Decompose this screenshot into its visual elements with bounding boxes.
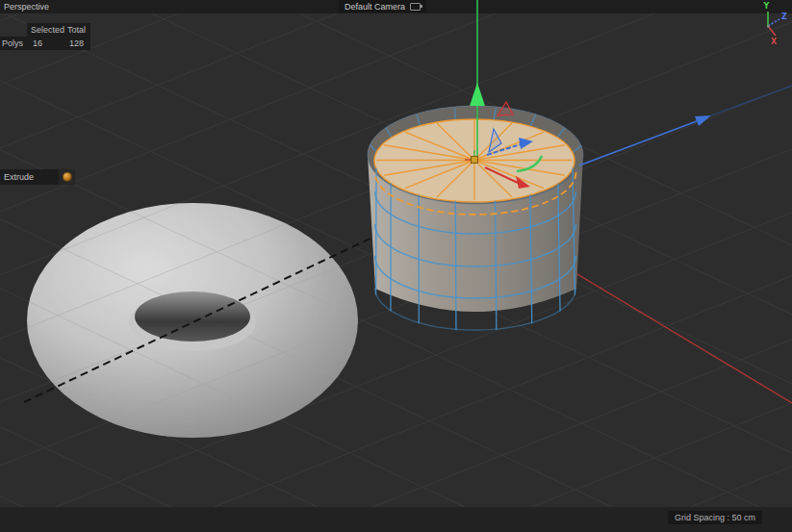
gizmo-x-arrow[interactable] [485, 167, 518, 183]
gizmo-z-arrowhead[interactable] [519, 138, 533, 149]
gizmo-x-arrowhead[interactable] [516, 176, 530, 189]
gizmo-plane-handle-red[interactable] [498, 102, 513, 115]
torus-object[interactable] [0, 0, 792, 532]
stats-total-count: 128 [69, 38, 84, 48]
floor-grid [0, 0, 792, 532]
rim-edge-ticks [370, 108, 580, 153]
extrude-tool-icon [63, 172, 72, 182]
camera-menu-icon[interactable] [410, 3, 421, 11]
axis-z-label: Z [781, 13, 787, 21]
world-negative-axis-dashed-line [24, 235, 378, 402]
torus-hole [135, 291, 250, 342]
stats-row-label: Polys [0, 38, 29, 48]
world-x-axis-line [539, 251, 792, 403]
camera-label: Default Camera [345, 2, 405, 12]
scene-canvas: Y Z X [0, 0, 792, 532]
axis-x-label: X [771, 38, 778, 46]
world-z-axis-far-line [711, 86, 792, 115]
stats-col-total: Total [67, 25, 86, 35]
view-mode-menu[interactable]: Perspective [4, 0, 49, 13]
gizmo-center-handle[interactable] [472, 157, 478, 164]
stats-header: Selected Total [27, 23, 90, 37]
cylinder-body[interactable] [368, 106, 583, 312]
move-gizmo[interactable] [465, 102, 542, 189]
grid-spacing-readout: Grid Spacing : 50 cm [668, 511, 762, 524]
cap-radial-edges [377, 120, 573, 200]
stats-row-polys: Polys 16 128 [0, 37, 90, 50]
grid-over-torus [0, 0, 792, 532]
active-tool-label[interactable]: Extrude [0, 169, 60, 185]
viewport[interactable]: Y Z X Perspective Default Camera Selecte… [0, 0, 792, 532]
world-z-axis-line [579, 121, 697, 165]
cylinder-object[interactable] [368, 106, 583, 330]
gizmo-rotate-band-green[interactable] [517, 156, 542, 171]
gizmo-y-arrowhead[interactable] [470, 83, 485, 106]
selected-edge-loop [375, 172, 576, 215]
cylinder-top-rim [368, 106, 583, 204]
selected-cap-face[interactable] [374, 119, 575, 202]
world-z-axis-arrowhead [695, 115, 711, 126]
gizmo-z-arrow[interactable] [487, 144, 521, 155]
stats-selected-count: 16 [29, 38, 69, 48]
gizmo-plane-handle-blue[interactable] [489, 129, 501, 152]
cylinder-wireframe [376, 167, 575, 330]
cylinder-edge-loops [375, 191, 576, 330]
cap-rim-highlight [374, 119, 575, 202]
active-tool-icon-button[interactable] [59, 169, 75, 185]
stats-col-selected: Selected [27, 25, 67, 35]
camera-menu[interactable]: Default Camera [339, 0, 426, 13]
